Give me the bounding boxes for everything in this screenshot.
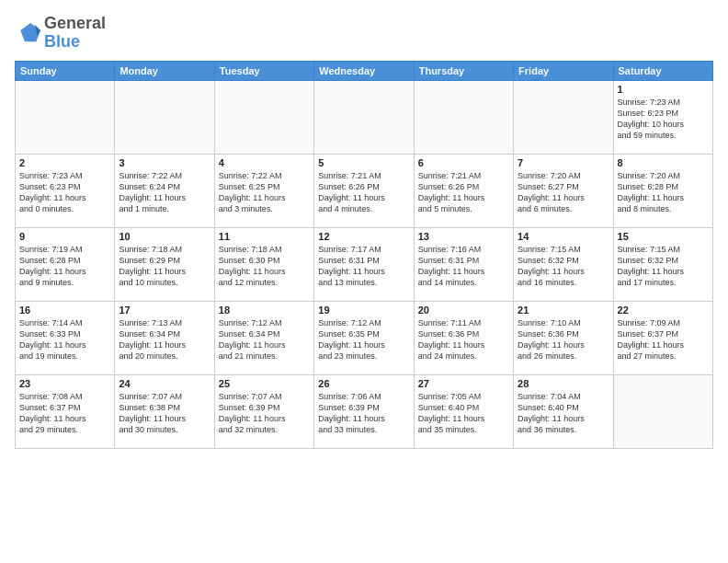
day-number: 18 — [219, 304, 310, 316]
day-info: Sunrise: 7:15 AM Sunset: 6:32 PM Dayligh… — [518, 244, 609, 289]
day-number: 1 — [618, 84, 709, 95]
day-number: 12 — [318, 231, 409, 242]
day-info: Sunrise: 7:23 AM Sunset: 6:23 PM Dayligh… — [19, 170, 110, 215]
calendar-cell — [613, 374, 712, 448]
weekday-header-wednesday: Wednesday — [314, 61, 414, 80]
weekday-header-row: SundayMondayTuesdayWednesdayThursdayFrid… — [16, 61, 713, 80]
calendar-week-1: 2Sunrise: 7:23 AM Sunset: 6:23 PM Daylig… — [16, 154, 713, 227]
day-number: 4 — [219, 157, 310, 168]
weekday-header-tuesday: Tuesday — [214, 61, 313, 80]
calendar-table: SundayMondayTuesdayWednesdayThursdayFrid… — [15, 61, 713, 449]
weekday-header-saturday: Saturday — [613, 61, 712, 80]
logo: General Blue — [15, 15, 106, 52]
calendar-cell: 18Sunrise: 7:12 AM Sunset: 6:34 PM Dayli… — [214, 301, 313, 374]
day-info: Sunrise: 7:05 AM Sunset: 6:40 PM Dayligh… — [418, 391, 509, 436]
day-info: Sunrise: 7:07 AM Sunset: 6:39 PM Dayligh… — [219, 391, 310, 436]
logo-icon — [15, 20, 40, 46]
weekday-header-sunday: Sunday — [16, 61, 115, 80]
calendar-cell — [16, 80, 115, 154]
day-number: 21 — [518, 304, 609, 316]
day-number: 6 — [418, 157, 509, 168]
day-number: 14 — [518, 231, 609, 242]
calendar-cell: 15Sunrise: 7:15 AM Sunset: 6:32 PM Dayli… — [613, 227, 712, 301]
calendar-cell: 24Sunrise: 7:07 AM Sunset: 6:38 PM Dayli… — [115, 374, 214, 448]
day-info: Sunrise: 7:13 AM Sunset: 6:34 PM Dayligh… — [119, 317, 210, 362]
day-info: Sunrise: 7:11 AM Sunset: 6:36 PM Dayligh… — [418, 317, 509, 362]
day-number: 3 — [119, 157, 210, 168]
day-info: Sunrise: 7:16 AM Sunset: 6:31 PM Dayligh… — [418, 244, 509, 289]
day-info: Sunrise: 7:12 AM Sunset: 6:34 PM Dayligh… — [219, 317, 310, 362]
day-info: Sunrise: 7:14 AM Sunset: 6:33 PM Dayligh… — [19, 317, 110, 362]
calendar-cell: 12Sunrise: 7:17 AM Sunset: 6:31 PM Dayli… — [314, 227, 414, 301]
day-number: 9 — [19, 231, 110, 242]
calendar-cell: 14Sunrise: 7:15 AM Sunset: 6:32 PM Dayli… — [514, 227, 613, 301]
calendar-week-0: 1Sunrise: 7:23 AM Sunset: 6:23 PM Daylig… — [16, 80, 713, 154]
day-info: Sunrise: 7:18 AM Sunset: 6:29 PM Dayligh… — [119, 244, 210, 289]
calendar-cell: 3Sunrise: 7:22 AM Sunset: 6:24 PM Daylig… — [115, 154, 214, 227]
day-number: 7 — [518, 157, 609, 168]
day-info: Sunrise: 7:23 AM Sunset: 6:23 PM Dayligh… — [618, 97, 709, 142]
calendar-cell: 5Sunrise: 7:21 AM Sunset: 6:26 PM Daylig… — [314, 154, 414, 227]
day-info: Sunrise: 7:20 AM Sunset: 6:28 PM Dayligh… — [618, 170, 709, 215]
day-info: Sunrise: 7:15 AM Sunset: 6:32 PM Dayligh… — [618, 244, 709, 289]
day-number: 24 — [119, 378, 210, 389]
day-number: 15 — [618, 231, 709, 242]
day-info: Sunrise: 7:07 AM Sunset: 6:38 PM Dayligh… — [119, 391, 210, 436]
header: General Blue — [15, 15, 713, 52]
day-info: Sunrise: 7:22 AM Sunset: 6:25 PM Dayligh… — [219, 170, 310, 215]
day-number: 23 — [19, 378, 110, 389]
day-number: 27 — [418, 378, 509, 389]
day-number: 26 — [318, 378, 409, 389]
calendar-cell: 13Sunrise: 7:16 AM Sunset: 6:31 PM Dayli… — [414, 227, 513, 301]
calendar-cell: 9Sunrise: 7:19 AM Sunset: 6:28 PM Daylig… — [16, 227, 115, 301]
day-info: Sunrise: 7:18 AM Sunset: 6:30 PM Dayligh… — [219, 244, 310, 289]
day-number: 5 — [318, 157, 409, 168]
calendar-week-3: 16Sunrise: 7:14 AM Sunset: 6:33 PM Dayli… — [16, 301, 713, 374]
day-number: 16 — [19, 304, 110, 316]
calendar-cell: 6Sunrise: 7:21 AM Sunset: 6:26 PM Daylig… — [414, 154, 513, 227]
day-info: Sunrise: 7:09 AM Sunset: 6:37 PM Dayligh… — [618, 317, 709, 362]
calendar-cell: 19Sunrise: 7:12 AM Sunset: 6:35 PM Dayli… — [314, 301, 414, 374]
day-number: 10 — [119, 231, 210, 242]
calendar-cell: 22Sunrise: 7:09 AM Sunset: 6:37 PM Dayli… — [613, 301, 712, 374]
day-info: Sunrise: 7:19 AM Sunset: 6:28 PM Dayligh… — [19, 244, 110, 289]
day-info: Sunrise: 7:21 AM Sunset: 6:26 PM Dayligh… — [318, 170, 409, 215]
weekday-header-friday: Friday — [514, 61, 613, 80]
day-number: 20 — [418, 304, 509, 316]
calendar-cell: 16Sunrise: 7:14 AM Sunset: 6:33 PM Dayli… — [16, 301, 115, 374]
day-info: Sunrise: 7:10 AM Sunset: 6:36 PM Dayligh… — [518, 317, 609, 362]
calendar-cell: 8Sunrise: 7:20 AM Sunset: 6:28 PM Daylig… — [613, 154, 712, 227]
day-info: Sunrise: 7:12 AM Sunset: 6:35 PM Dayligh… — [318, 317, 409, 362]
calendar-cell — [314, 80, 414, 154]
day-number: 2 — [19, 157, 110, 168]
calendar-cell: 27Sunrise: 7:05 AM Sunset: 6:40 PM Dayli… — [414, 374, 513, 448]
day-info: Sunrise: 7:22 AM Sunset: 6:24 PM Dayligh… — [119, 170, 210, 215]
day-info: Sunrise: 7:21 AM Sunset: 6:26 PM Dayligh… — [418, 170, 509, 215]
calendar-cell — [115, 80, 214, 154]
page: General Blue SundayMondayTuesdayWednesda… — [0, 0, 728, 563]
day-info: Sunrise: 7:08 AM Sunset: 6:37 PM Dayligh… — [19, 391, 110, 436]
day-info: Sunrise: 7:04 AM Sunset: 6:40 PM Dayligh… — [518, 391, 609, 436]
calendar-cell: 17Sunrise: 7:13 AM Sunset: 6:34 PM Dayli… — [115, 301, 214, 374]
calendar-cell: 11Sunrise: 7:18 AM Sunset: 6:30 PM Dayli… — [214, 227, 313, 301]
day-number: 17 — [119, 304, 210, 316]
calendar-cell: 23Sunrise: 7:08 AM Sunset: 6:37 PM Dayli… — [16, 374, 115, 448]
calendar-week-2: 9Sunrise: 7:19 AM Sunset: 6:28 PM Daylig… — [16, 227, 713, 301]
calendar-cell: 2Sunrise: 7:23 AM Sunset: 6:23 PM Daylig… — [16, 154, 115, 227]
calendar-cell — [214, 80, 313, 154]
calendar-cell: 26Sunrise: 7:06 AM Sunset: 6:39 PM Dayli… — [314, 374, 414, 448]
logo-text: General Blue — [44, 15, 106, 52]
calendar-cell: 28Sunrise: 7:04 AM Sunset: 6:40 PM Dayli… — [514, 374, 613, 448]
day-info: Sunrise: 7:06 AM Sunset: 6:39 PM Dayligh… — [318, 391, 409, 436]
calendar-cell: 25Sunrise: 7:07 AM Sunset: 6:39 PM Dayli… — [214, 374, 313, 448]
calendar-week-4: 23Sunrise: 7:08 AM Sunset: 6:37 PM Dayli… — [16, 374, 713, 448]
calendar-cell: 1Sunrise: 7:23 AM Sunset: 6:23 PM Daylig… — [613, 80, 712, 154]
day-number: 13 — [418, 231, 509, 242]
day-number: 8 — [618, 157, 709, 168]
calendar-cell: 20Sunrise: 7:11 AM Sunset: 6:36 PM Dayli… — [414, 301, 513, 374]
day-info: Sunrise: 7:17 AM Sunset: 6:31 PM Dayligh… — [318, 244, 409, 289]
calendar-cell: 21Sunrise: 7:10 AM Sunset: 6:36 PM Dayli… — [514, 301, 613, 374]
day-number: 25 — [219, 378, 310, 389]
day-info: Sunrise: 7:20 AM Sunset: 6:27 PM Dayligh… — [518, 170, 609, 215]
calendar-cell: 7Sunrise: 7:20 AM Sunset: 6:27 PM Daylig… — [514, 154, 613, 227]
